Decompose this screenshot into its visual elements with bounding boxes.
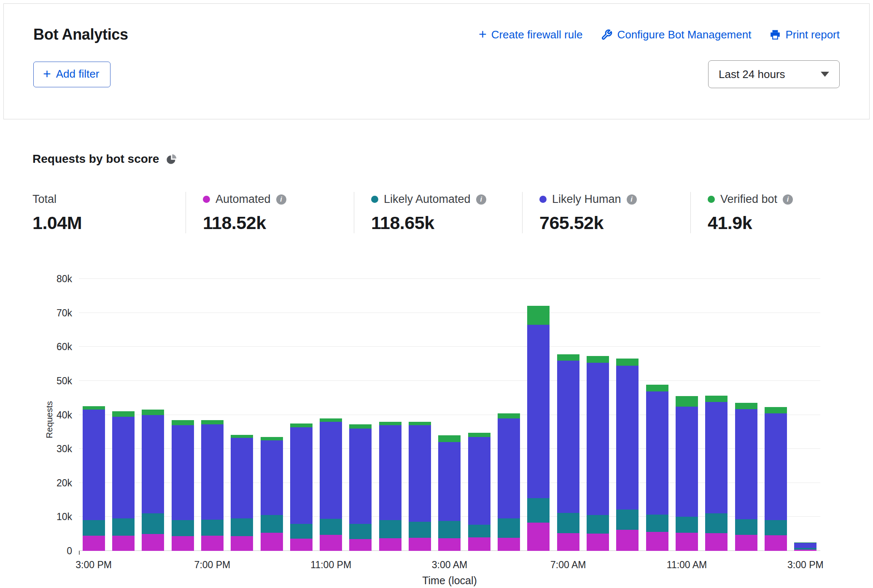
stacked-bar-600pm[interactable]	[172, 279, 194, 551]
bar-segment-automated	[557, 533, 579, 551]
stacked-bar-200am[interactable]	[409, 279, 431, 551]
x-axis-label: Time (local)	[422, 575, 477, 587]
stacked-bar-700am[interactable]	[557, 279, 579, 551]
bar-slot	[464, 279, 494, 551]
stat-verified-bot-value: 41.9k	[708, 213, 817, 233]
configure-bot-management-link[interactable]: Configure Bot Management	[601, 28, 751, 41]
stacked-bar-800am[interactable]	[587, 279, 609, 551]
bar-segment-verified-bot	[676, 396, 698, 407]
stat-likely-automated-value: 118.65k	[371, 213, 522, 233]
stacked-bar-700pm[interactable]	[201, 279, 224, 551]
bar-slot	[524, 279, 553, 551]
stat-likely-automated-label: Likely Automated	[384, 193, 471, 206]
bar-segment-automated	[705, 533, 728, 551]
stacked-bar-200pm[interactable]	[765, 279, 787, 551]
y-tick-label: 0	[67, 545, 72, 557]
stacked-bar-1000pm[interactable]	[290, 279, 313, 551]
stat-likely-automated: Likely Automated i 118.65k	[354, 192, 522, 233]
stacked-bar-900am[interactable]	[616, 279, 639, 551]
stacked-bar-300pm[interactable]	[83, 279, 105, 551]
bar-segment-likely-automated	[765, 520, 787, 535]
bar-segment-likely-human	[587, 363, 609, 515]
bar-segment-verified-bot	[320, 418, 342, 422]
print-report-link[interactable]: Print report	[770, 28, 840, 41]
bar-segment-automated	[83, 536, 105, 551]
printer-icon	[770, 29, 781, 40]
bar-segment-likely-human	[705, 402, 728, 513]
bar-slot	[138, 279, 168, 551]
bar-segment-automated	[349, 539, 372, 551]
bar-segment-automated	[409, 538, 431, 551]
bar-segment-likely-human	[438, 442, 461, 521]
stacked-bar-500am[interactable]	[498, 279, 520, 551]
x-tick-label: 3:00 PM	[75, 559, 112, 571]
bar-segment-automated	[735, 535, 757, 551]
requests-chart: Requests 010k20k30k40k50k60k70k80k3:00 P…	[32, 253, 841, 582]
bar-segment-likely-automated	[349, 524, 372, 539]
bar-segment-likely-human	[409, 425, 431, 522]
stacked-bar-400pm[interactable]	[112, 279, 135, 551]
stacked-bar-300am[interactable]	[438, 279, 461, 551]
stacked-bar-1200am[interactable]	[349, 279, 372, 551]
stacked-bar-1100pm[interactable]	[320, 279, 342, 551]
bar-slot	[791, 279, 820, 551]
stat-total-value: 1.04M	[32, 213, 186, 233]
create-firewall-rule-link[interactable]: + Create firewall rule	[479, 28, 582, 41]
bar-segment-automated	[320, 535, 342, 551]
bar-segment-automated	[142, 534, 164, 551]
bar-segment-likely-human	[349, 429, 372, 524]
page-title: Bot Analytics	[33, 26, 128, 43]
bar-segment-likely-human	[201, 424, 224, 520]
info-icon[interactable]: i	[627, 194, 637, 205]
configure-bot-management-label: Configure Bot Management	[617, 28, 751, 41]
stacked-bar-100am[interactable]	[379, 279, 401, 551]
bars-container	[79, 279, 820, 551]
stacked-bar-900pm[interactable]	[261, 279, 283, 551]
stat-verified-bot-label: Verified bot	[720, 193, 777, 206]
bar-slot	[316, 279, 346, 551]
bar-segment-verified-bot	[112, 411, 135, 416]
add-filter-button[interactable]: + Add filter	[33, 62, 110, 87]
header: Bot Analytics + Create firewall rule Con…	[3, 3, 870, 119]
stacked-bar-600am[interactable]	[527, 279, 550, 551]
bar-segment-likely-automated	[527, 498, 550, 523]
stacked-bar-400am[interactable]	[468, 279, 490, 551]
bar-segment-automated	[468, 537, 490, 551]
stacked-bar-1200pm[interactable]	[705, 279, 728, 551]
stacked-bar-1000am[interactable]	[646, 279, 668, 551]
x-tick-label: 11:00 AM	[667, 559, 707, 571]
bar-segment-verified-bot	[409, 422, 431, 425]
bar-segment-likely-automated	[468, 525, 490, 537]
wrench-icon	[601, 29, 612, 40]
y-tick-label: 80k	[57, 273, 72, 285]
stacked-bar-1100am[interactable]	[676, 279, 698, 551]
verified-bot-dot	[708, 196, 715, 203]
bar-segment-verified-bot	[290, 423, 313, 427]
info-icon[interactable]: i	[783, 194, 793, 205]
info-icon[interactable]: i	[476, 194, 486, 205]
bar-segment-likely-automated	[616, 510, 639, 530]
stacked-bar-100pm[interactable]	[735, 279, 757, 551]
header-filter-row: + Add filter Last 24 hours	[33, 60, 840, 88]
bar-segment-likely-human	[112, 417, 135, 519]
stacked-bar-500pm[interactable]	[142, 279, 164, 551]
stacked-bar-300pm[interactable]	[794, 279, 816, 551]
bar-segment-verified-bot	[587, 356, 609, 363]
stacked-bar-800pm[interactable]	[231, 279, 253, 551]
bar-segment-likely-human	[83, 410, 105, 520]
bar-segment-likely-automated	[705, 513, 728, 533]
bar-segment-verified-bot	[438, 435, 461, 442]
requests-panel: Requests by bot score Total 1.04M Automa…	[0, 152, 873, 582]
bar-segment-likely-human	[261, 440, 283, 515]
bar-slot	[257, 279, 286, 551]
time-range-select[interactable]: Last 24 hours	[708, 60, 840, 88]
info-icon[interactable]: i	[276, 194, 286, 205]
bar-segment-likely-automated	[735, 519, 757, 535]
bar-slot	[731, 279, 761, 551]
stat-likely-human-value: 765.52k	[539, 213, 690, 233]
bar-segment-likely-human	[231, 438, 253, 518]
bar-slot	[553, 279, 583, 551]
bar-segment-likely-human	[676, 407, 698, 517]
likely-automated-dot	[371, 196, 378, 203]
bar-slot	[494, 279, 523, 551]
